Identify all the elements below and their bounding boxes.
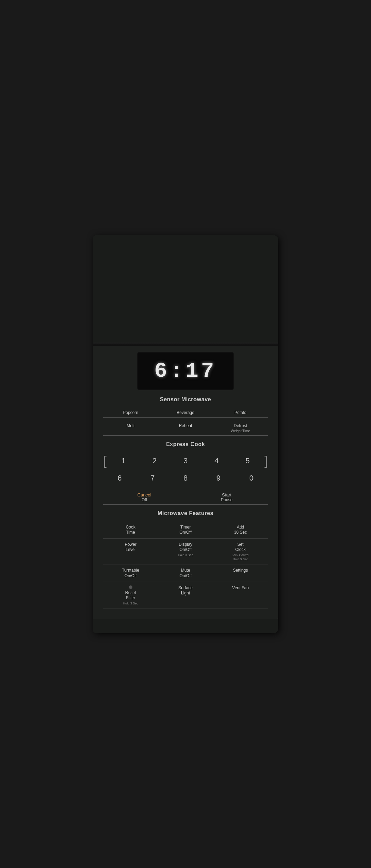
reset-filter-button[interactable]: ResetFilter Hold 3 Sec bbox=[103, 582, 158, 609]
number-2-button[interactable]: 2 bbox=[139, 452, 170, 470]
number-4-button[interactable]: 4 bbox=[201, 452, 232, 470]
sensor-section-title: Sensor Microwave bbox=[103, 396, 268, 403]
action-buttons-row: Cancel Off Start Pause bbox=[103, 490, 268, 505]
express-cook-section: Express Cook 1 2 3 4 5 6 7 8 9 0 bbox=[103, 441, 268, 487]
sensor-row-2: Melt Reheat Defrost Weight/Time bbox=[103, 421, 268, 436]
number-7-button[interactable]: 7 bbox=[136, 470, 169, 487]
mute-onoff-button[interactable]: MuteOn/Off bbox=[158, 564, 213, 582]
sensor-row-1: Popcorn Beverage Potato bbox=[103, 407, 268, 418]
microwave-door bbox=[93, 235, 278, 346]
timer-onoff-button[interactable]: TimerOn/Off bbox=[158, 521, 213, 539]
features-grid: CookTime TimerOn/Off Add30 Sec PowerLeve… bbox=[103, 521, 268, 609]
cook-time-button[interactable]: CookTime bbox=[103, 521, 158, 539]
control-panel: 6:17 Sensor Microwave Popcorn Beverage P… bbox=[93, 346, 278, 619]
number-8-button[interactable]: 8 bbox=[169, 470, 202, 487]
features-section-title: Microwave Features bbox=[103, 510, 268, 516]
filter-indicator bbox=[129, 585, 132, 589]
turntable-onoff-button[interactable]: TurntableOn/Off bbox=[103, 564, 158, 582]
melt-button[interactable]: Melt bbox=[103, 421, 158, 436]
number-6-button[interactable]: 6 bbox=[103, 470, 136, 487]
number-1-button[interactable]: 1 bbox=[108, 452, 139, 470]
potato-button[interactable]: Potato bbox=[213, 407, 268, 418]
number-5-button[interactable]: 5 bbox=[232, 452, 263, 470]
reheat-button[interactable]: Reheat bbox=[158, 421, 213, 436]
microwave-panel: 6:17 Sensor Microwave Popcorn Beverage P… bbox=[93, 235, 278, 633]
number-grid: 1 2 3 4 5 6 7 8 9 0 bbox=[103, 452, 268, 487]
number-row-6-0: 6 7 8 9 0 bbox=[103, 470, 268, 487]
surface-light-button[interactable]: SurfaceLight bbox=[158, 582, 213, 609]
number-9-button[interactable]: 9 bbox=[202, 470, 235, 487]
express-cook-title: Express Cook bbox=[103, 441, 268, 447]
number-row-1-5: 1 2 3 4 5 bbox=[103, 452, 268, 470]
vent-fan-button[interactable]: Vent Fan bbox=[213, 582, 268, 609]
power-level-button[interactable]: PowerLevel bbox=[103, 539, 158, 565]
display-onoff-button[interactable]: DisplayOn/Off Hold 3 Sec bbox=[158, 539, 213, 565]
settings-button[interactable]: Settings bbox=[213, 564, 268, 582]
set-clock-button[interactable]: SetClock Lock ControlHold 3 Sec bbox=[213, 539, 268, 565]
add-30sec-button[interactable]: Add30 Sec bbox=[213, 521, 268, 539]
time-display: 6:17 bbox=[137, 352, 234, 390]
number-0-button[interactable]: 0 bbox=[235, 470, 268, 487]
bottom-spacer bbox=[93, 619, 278, 633]
clock-display: 6:17 bbox=[154, 359, 217, 383]
defrost-button[interactable]: Defrost Weight/Time bbox=[213, 421, 268, 436]
beverage-button[interactable]: Beverage bbox=[158, 407, 213, 418]
start-pause-button[interactable]: Start Pause bbox=[186, 490, 268, 505]
cancel-off-button[interactable]: Cancel Off bbox=[103, 490, 186, 505]
number-3-button[interactable]: 3 bbox=[170, 452, 201, 470]
popcorn-button[interactable]: Popcorn bbox=[103, 407, 158, 418]
